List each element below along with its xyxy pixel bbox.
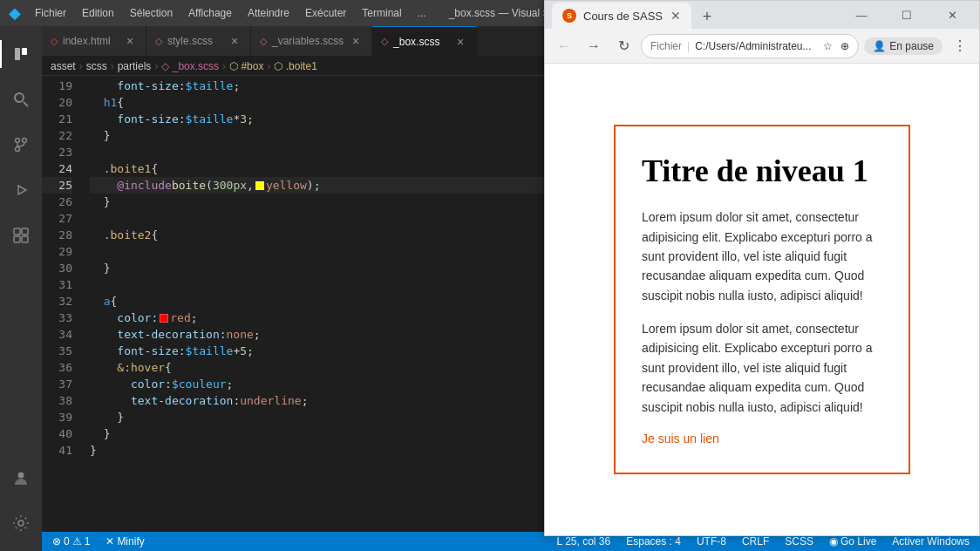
breadcrumb-file[interactable]: ◇ _box.scss (161, 60, 219, 72)
warn-count: 1 (85, 535, 91, 548)
tab-close-variables[interactable]: × (349, 34, 363, 48)
chrome-minimize[interactable]: — (841, 1, 881, 29)
pause-icon: 👤 (873, 40, 886, 52)
chrome-back-button[interactable]: ← (552, 34, 576, 58)
chrome-new-tab-button[interactable]: + (695, 4, 719, 29)
menu-affichage[interactable]: Affichage (181, 5, 239, 21)
chrome-toolbar: ← → ↻ Fichier | C:/Users/Administrateu..… (545, 29, 979, 64)
breadcrumb-sep4: › (222, 60, 226, 72)
menu-terminal[interactable]: Terminal (355, 5, 408, 21)
breadcrumb-sep2: › (111, 60, 114, 72)
menu-selection[interactable]: Sélection (123, 5, 180, 21)
chrome-maximize[interactable]: ☐ (887, 1, 927, 29)
svg-point-2 (15, 93, 24, 102)
menu-edition[interactable]: Edition (75, 5, 121, 21)
tab-close-style[interactable]: × (228, 34, 242, 48)
preview-link[interactable]: Je suis un lien (642, 432, 719, 446)
preview-heading: Titre de niveau 1 (642, 153, 882, 190)
breadcrumb-partiels[interactable]: partiels (118, 60, 152, 72)
tab-label-index: index.html (63, 35, 111, 47)
chrome-tab-close[interactable]: ✕ (670, 9, 681, 23)
activity-extensions[interactable] (0, 214, 42, 256)
activity-debug[interactable] (0, 169, 42, 211)
menu-fichier[interactable]: Fichier (28, 5, 73, 21)
status-errors[interactable]: ⊗ 0 ⚠ 1 (49, 535, 93, 548)
menu-more[interactable]: ... (411, 5, 433, 21)
status-language[interactable]: SCSS (781, 535, 817, 548)
tab-icon-variables: ◇ (260, 36, 267, 47)
address-actions: ☆ ⊕ (823, 40, 849, 52)
activity-search[interactable] (0, 78, 42, 120)
tab-icon-index: ◇ (51, 36, 58, 47)
tab-index[interactable]: ◇ index.html × (42, 26, 146, 56)
spaces-label: Espaces : 4 (626, 535, 681, 548)
line-ending-label: CRLF (742, 535, 769, 548)
menu-atteindre[interactable]: Atteindre (241, 5, 296, 21)
chrome-refresh-button[interactable]: ↻ (611, 34, 636, 58)
svg-point-12 (18, 473, 24, 479)
svg-point-5 (23, 139, 27, 143)
extensions-icon[interactable]: ⊕ (840, 40, 849, 52)
menu-executer[interactable]: Exécuter (298, 5, 353, 21)
tab-close-index[interactable]: × (123, 34, 137, 48)
minify-label: Minify (117, 535, 144, 548)
preview-para2: Lorem ipsum dolor sit amet, consectetur … (642, 319, 882, 417)
status-spaces[interactable]: Espaces : 4 (623, 535, 684, 548)
menu-bar: Fichier Edition Sélection Affichage Atte… (28, 5, 433, 21)
bookmark-icon[interactable]: ☆ (823, 40, 833, 52)
warn-icon: ⚠ (72, 535, 82, 548)
language-label: SCSS (785, 535, 813, 548)
chrome-forward-button[interactable]: → (582, 34, 606, 58)
svg-line-3 (24, 102, 28, 106)
status-position[interactable]: L 25, col 36 (554, 535, 615, 548)
chrome-pause-button[interactable]: 👤 En pause (864, 37, 943, 55)
breadcrumb-boite1[interactable]: ⬡ .boite1 (274, 60, 316, 72)
chrome-address-bar[interactable]: Fichier | C:/Users/Administrateu... ☆ ⊕ (641, 34, 859, 58)
svg-rect-1 (22, 48, 27, 55)
svg-point-6 (16, 147, 20, 152)
tab-variables[interactable]: ◇ _variables.scss × (251, 26, 372, 56)
activity-settings[interactable] (0, 502, 42, 544)
status-line-ending[interactable]: CRLF (738, 535, 772, 548)
activity-account[interactable] (0, 457, 42, 499)
activity-bar (0, 26, 42, 551)
status-minify[interactable]: ✕ Minify (102, 535, 147, 548)
breadcrumb-sep5: › (267, 60, 270, 72)
preview-box: Titre de niveau 1 Lorem ipsum dolor sit … (614, 125, 910, 474)
chrome-active-tab[interactable]: S Cours de SASS ✕ (552, 3, 691, 29)
activity-source-control[interactable] (0, 124, 42, 166)
tab-icon-style: ◇ (155, 36, 162, 47)
chrome-tabs: S Cours de SASS ✕ + (552, 1, 834, 29)
tab-style[interactable]: ◇ style.scss × (146, 26, 251, 56)
status-activate-windows[interactable]: Activer Windows (888, 535, 973, 548)
svg-rect-10 (14, 236, 20, 242)
tab-label-style: style.scss (167, 35, 213, 47)
svg-rect-11 (22, 236, 28, 242)
vscode-icon: ◆ (9, 3, 21, 23)
error-icon: ⊗ (52, 535, 61, 548)
chrome-favicon: S (562, 9, 576, 23)
encoding-label: UTF-8 (697, 535, 726, 548)
chrome-more-button[interactable]: ⋮ (948, 34, 972, 58)
breadcrumb-sep3: › (154, 60, 158, 72)
status-encoding[interactable]: UTF-8 (693, 535, 730, 548)
close-icon: ✕ (105, 535, 114, 548)
chrome-close[interactable]: ✕ (932, 1, 972, 29)
status-go-live[interactable]: ◉ Go Live (826, 535, 880, 548)
tab-close-box[interactable]: × (453, 35, 467, 49)
breadcrumb-box[interactable]: ⬡ #box (229, 60, 263, 72)
breadcrumb-scss[interactable]: scss (86, 60, 107, 72)
tab-icon-box: ◇ (381, 36, 388, 47)
svg-marker-7 (18, 186, 26, 194)
svg-rect-9 (22, 228, 28, 235)
position-label: L 25, col 36 (557, 535, 611, 548)
svg-rect-0 (15, 48, 20, 60)
breadcrumb-asset[interactable]: asset (51, 60, 76, 72)
preview-para1: Lorem ipsum dolor sit amet, consectetur … (642, 207, 882, 305)
activate-label: Activer Windows (892, 535, 970, 548)
tab-box[interactable]: ◇ _box.scss × (372, 26, 477, 56)
chrome-content: Titre de niveau 1 Lorem ipsum dolor sit … (545, 64, 979, 535)
address-scheme: Fichier (650, 40, 682, 52)
activity-explorer[interactable] (0, 33, 42, 75)
go-live-label: Go Live (840, 535, 876, 548)
